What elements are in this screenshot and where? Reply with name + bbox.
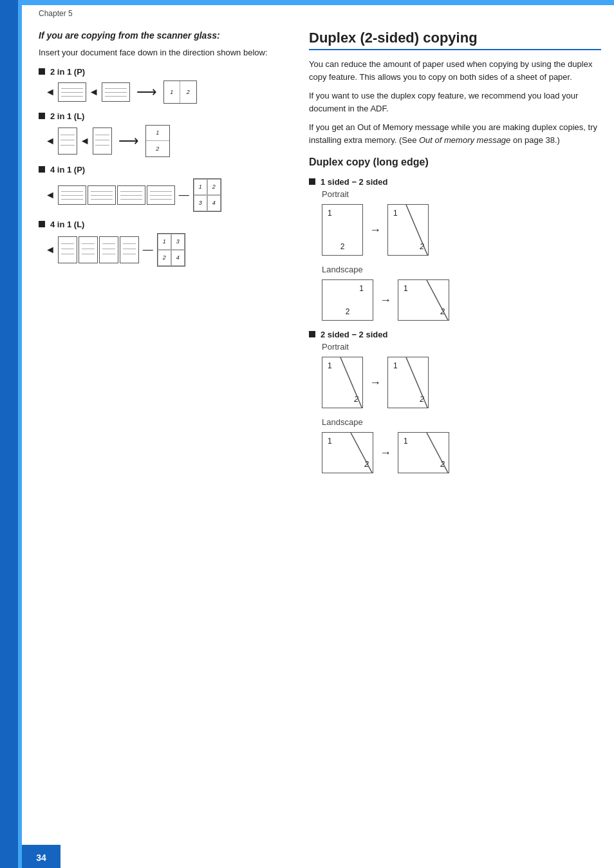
result-c2: 2: [207, 179, 221, 195]
result-4in1l: 1 3 2 4: [157, 233, 185, 267]
bullet-4in1p: 4 in 1 (P): [39, 165, 283, 175]
doc-2-4in1p: [88, 185, 116, 205]
chapter-label: Chapter 5: [39, 9, 601, 18]
arrow-left-icon6: ◄: [45, 244, 55, 256]
bullet-label-1s2s: 1 sided − 2 sided: [321, 177, 387, 187]
page-number: 34: [22, 853, 60, 863]
output-paper-portrait: 1 2: [387, 204, 429, 256]
svg-line-1: [427, 280, 449, 321]
bullet-label-2in1p: 2 in 1 (P): [50, 67, 85, 77]
output-paper-landscape-2s2s: 1 2: [398, 432, 449, 473]
arrow-right-long-icon: ⟶: [136, 84, 157, 100]
duplex-portrait-1s2s: 1 2 → 1 2: [322, 204, 601, 256]
doc-3-4in1l: [99, 236, 118, 263]
doc-1-2in1p: [58, 82, 86, 102]
duplex-arrow-landscape: →: [380, 294, 391, 307]
output-paper-portrait-2s2s: 1 2: [387, 357, 429, 408]
diagram-2in1p: ◄ ◄ ⟶ 1 2: [45, 80, 283, 104]
bullet-label-4in1p: 4 in 1 (P): [50, 165, 85, 175]
doc-4-4in1p: [147, 185, 175, 205]
duplex-intro2: If you want to use the duplex copy featu…: [309, 90, 601, 115]
scanner-glass-body: Insert your document face down in the di…: [39, 46, 283, 59]
result-c3: 3: [194, 195, 207, 211]
doc-2-4in1l: [79, 236, 98, 263]
duplex-title: Duplex (2-sided) copying: [309, 30, 601, 50]
top-bar: [22, 0, 614, 5]
duplex-arrow-landscape-2s2s: →: [380, 446, 391, 460]
result-c4: 4: [207, 195, 221, 211]
landscape-label-2s2s: Landscape: [322, 417, 601, 427]
arrow-left-icon4: ◄: [80, 135, 90, 147]
arrow-left-icon: ◄: [45, 86, 55, 98]
diagonal-line-svg: [387, 205, 428, 256]
bullet-label-4in1l: 4 in 1 (L): [50, 220, 84, 229]
duplex-intro3: If you get an Out of Memory message whil…: [309, 121, 601, 146]
diagram-4in1p: ◄: [45, 178, 283, 212]
bullet-label-2in1l: 2 in 1 (L): [50, 111, 84, 121]
bullet-icon: [39, 166, 45, 173]
right-column: Duplex (2-sided) copying You can reduce …: [309, 30, 601, 482]
result-cell-l2: 2: [146, 141, 169, 156]
result-4in1p: 1 2 3 4: [193, 178, 221, 212]
doc-1-4in1l: [58, 236, 77, 263]
left-accent-light: [18, 0, 22, 868]
bullet-1s2s: 1 sided − 2 sided: [309, 177, 601, 187]
duplex-arrow-portrait: →: [369, 223, 381, 237]
result-cell-1: 1: [164, 81, 180, 103]
diagram-4in1l: ◄: [45, 233, 283, 267]
portrait-label-2s2s: Portrait: [322, 342, 601, 352]
bullet-icon: [39, 221, 45, 227]
output-paper-landscape: 1 2: [398, 279, 449, 321]
left-column: If you are copying from the scanner glas…: [39, 30, 283, 482]
doc-1-4in1p: [58, 185, 86, 205]
diagonal-line-svg6: [398, 433, 449, 473]
diagonal-line-svg2: [398, 280, 449, 321]
result-lc4: 4: [171, 250, 185, 266]
input-paper-landscape: 1 2: [322, 279, 373, 321]
arrow-right-long-icon2: ⟶: [118, 133, 139, 149]
duplex-subsection-title: Duplex copy (long edge): [309, 156, 601, 168]
result-2in1p: 1 2: [163, 80, 197, 104]
svg-line-2: [340, 357, 362, 408]
doc-1-2in1l: [58, 127, 77, 155]
duplex-landscape-1s2s: 1 2 → 1 2: [322, 279, 601, 321]
bullet-4in1l: 4 in 1 (L): [39, 220, 283, 229]
svg-line-5: [427, 433, 449, 473]
diagonal-line-svg5: [322, 433, 373, 473]
doc-4-4in1l: [120, 236, 139, 263]
bullet-2in1l: 2 in 1 (L): [39, 111, 283, 121]
result-lc3: 3: [171, 234, 185, 250]
duplex-arrow-portrait-2s2s: →: [369, 376, 381, 390]
page-content: Chapter 5 If you are copying from the sc…: [39, 9, 601, 482]
scanner-glass-heading: If you are copying from the scanner glas…: [39, 30, 283, 41]
diagonal-line-svg3: [322, 357, 362, 408]
duplex-intro3-link: Out of memory message: [419, 135, 510, 145]
input-paper-portrait: 1 2: [322, 204, 363, 256]
svg-line-4: [351, 433, 373, 473]
doc-3-4in1p: [117, 185, 145, 205]
bullet-label-2s2s: 2 sided − 2 sided: [321, 330, 387, 339]
diagonal-line-svg4: [387, 357, 428, 408]
duplex-intro1: You can reduce the amount of paper used …: [309, 58, 601, 83]
result-lc2: 2: [158, 250, 171, 266]
doc-2-2in1l: [93, 127, 112, 155]
duplex-intro3-post: on page 38.): [510, 135, 560, 145]
result-cell-2: 2: [180, 81, 196, 103]
left-accent-dark: [0, 0, 18, 868]
bullet-icon-1s2s: [309, 178, 315, 185]
bullet-2in1p: 2 in 1 (P): [39, 67, 283, 77]
arrow-left-icon5: ◄: [45, 189, 55, 201]
two-column-layout: If you are copying from the scanner glas…: [39, 30, 601, 482]
result-c1: 1: [194, 179, 207, 195]
result-lc1: 1: [158, 234, 171, 250]
svg-line-3: [406, 357, 428, 408]
result-2in1l: 1 2: [145, 125, 170, 157]
bullet-icon: [39, 113, 45, 119]
diagram-2in1l: ◄ ◄ ⟶ 1 2: [45, 125, 283, 157]
bullet-icon: [39, 68, 45, 75]
input-paper-landscape-2s2s: 1 2: [322, 432, 373, 473]
input-paper-portrait-2s2s: 1 2: [322, 357, 363, 408]
svg-line-0: [406, 205, 428, 256]
portrait-label-1s2s: Portrait: [322, 189, 601, 199]
bullet-2s2s: 2 sided − 2 sided: [309, 330, 601, 339]
